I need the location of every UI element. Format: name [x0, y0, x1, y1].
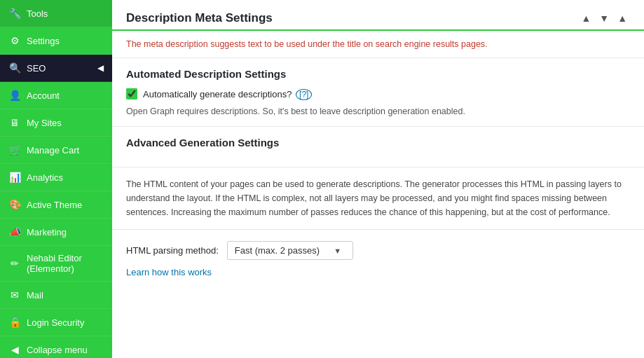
- sidebar-item-login-security[interactable]: 🔒 Login Security: [0, 309, 112, 336]
- mail-icon: ✉: [8, 289, 21, 301]
- nehabi-editor-icon: ✏: [8, 257, 21, 270]
- select-value: Fast (max. 2 passes): [235, 245, 320, 256]
- sidebar-item-seo[interactable]: 🔍 SEO ◀: [0, 55, 112, 82]
- main-content: Description Meta Settings ▲ ▼ ▲ The meta…: [112, 0, 644, 358]
- advanced-section-header: Advanced Generation Settings: [112, 127, 644, 167]
- seo-arrow-icon: ◀: [97, 63, 104, 73]
- sidebar-item-my-sites[interactable]: 🖥 My Sites: [0, 109, 112, 137]
- sidebar-item-active-theme[interactable]: 🎨 Active Theme: [0, 191, 112, 219]
- account-icon: 👤: [8, 89, 21, 102]
- advanced-section-body: The HTML content of your pages can be us…: [112, 167, 644, 230]
- sidebar-item-label: Marketing: [27, 227, 67, 237]
- learn-more-link[interactable]: Learn how this works: [112, 267, 644, 287]
- auto-generate-checkbox[interactable]: [126, 88, 137, 99]
- sidebar-item-label: Tools: [27, 8, 48, 19]
- sidebar-item-settings[interactable]: ⚙ Settings: [0, 27, 112, 55]
- info-text: The meta description suggests text to be…: [112, 31, 644, 58]
- automated-section: Automated Description Settings Automatic…: [112, 58, 644, 127]
- help-link[interactable]: [?]: [296, 89, 312, 100]
- chevron-down-icon: ▼: [334, 247, 341, 255]
- marketing-icon: 📣: [8, 226, 21, 238]
- checkbox-row: Automatically generate descriptions? [?]: [126, 88, 630, 99]
- html-parsing-row: HTML parsing method: Fast (max. 2 passes…: [112, 230, 644, 267]
- sidebar-item-mail[interactable]: ✉ Mail: [0, 282, 112, 309]
- sidebar-item-label: Settings: [27, 36, 60, 46]
- sidebar-item-label: Account: [27, 90, 60, 101]
- html-parsing-select[interactable]: Fast (max. 2 passes) ▼: [227, 241, 353, 260]
- sidebar-item-tools[interactable]: 🔧 Tools: [0, 0, 112, 27]
- login-security-icon: 🔒: [8, 316, 21, 329]
- sidebar-item-label: Nehabi Editor (Elementor): [27, 253, 104, 274]
- section-controls: ▲ ▼ ▲: [578, 11, 630, 25]
- sidebar-item-label: Manage Cart: [27, 145, 79, 156]
- checkbox-label: Automatically generate descriptions? [?]: [143, 89, 312, 99]
- sidebar-item-label: Mail: [27, 290, 43, 301]
- section-header: Description Meta Settings ▲ ▼ ▲: [112, 0, 644, 31]
- sidebar-item-label: Analytics: [27, 172, 63, 183]
- automated-section-title: Automated Description Settings: [126, 68, 630, 80]
- analytics-icon: 📊: [8, 171, 21, 184]
- seo-icon: 🔍: [8, 62, 21, 74]
- sidebar-item-label: Collapse menu: [27, 345, 88, 355]
- sidebar-item-collapse-menu[interactable]: ◀ Collapse menu: [0, 336, 112, 358]
- manage-cart-icon: 🛒: [8, 144, 21, 156]
- sidebar-item-label: My Sites: [27, 118, 62, 128]
- sidebar-item-label: Active Theme: [27, 200, 82, 210]
- collapse-icon: ◀: [8, 343, 21, 356]
- sidebar-item-analytics[interactable]: 📊 Analytics: [0, 164, 112, 191]
- sidebar-item-label: Login Security: [27, 317, 84, 328]
- collapse-section-button[interactable]: ▲: [615, 11, 630, 25]
- automated-note: Open Graph requires descriptions. So, it…: [126, 106, 630, 116]
- sidebar: 🔧 Tools ⚙ Settings 🔍 SEO ◀ 👤 Account 🖥 M…: [0, 0, 112, 358]
- page-title: Description Meta Settings: [126, 11, 273, 25]
- scroll-down-button[interactable]: ▼: [596, 11, 612, 25]
- sidebar-item-marketing[interactable]: 📣 Marketing: [0, 219, 112, 246]
- sidebar-item-label: SEO: [27, 63, 46, 74]
- sidebar-item-nehabi-editor[interactable]: ✏ Nehabi Editor (Elementor): [0, 246, 112, 282]
- advanced-section-text: The HTML content of your pages can be us…: [126, 177, 630, 219]
- scroll-up-button[interactable]: ▲: [578, 11, 594, 25]
- settings-icon: ⚙: [8, 34, 21, 47]
- tools-icon: 🔧: [8, 7, 21, 20]
- advanced-section-title: Advanced Generation Settings: [126, 137, 630, 149]
- field-label: HTML parsing method:: [126, 245, 219, 256]
- active-theme-icon: 🎨: [8, 198, 21, 211]
- sidebar-item-account[interactable]: 👤 Account: [0, 82, 112, 109]
- sidebar-item-manage-cart[interactable]: 🛒 Manage Cart: [0, 137, 112, 164]
- my-sites-icon: 🖥: [8, 116, 21, 129]
